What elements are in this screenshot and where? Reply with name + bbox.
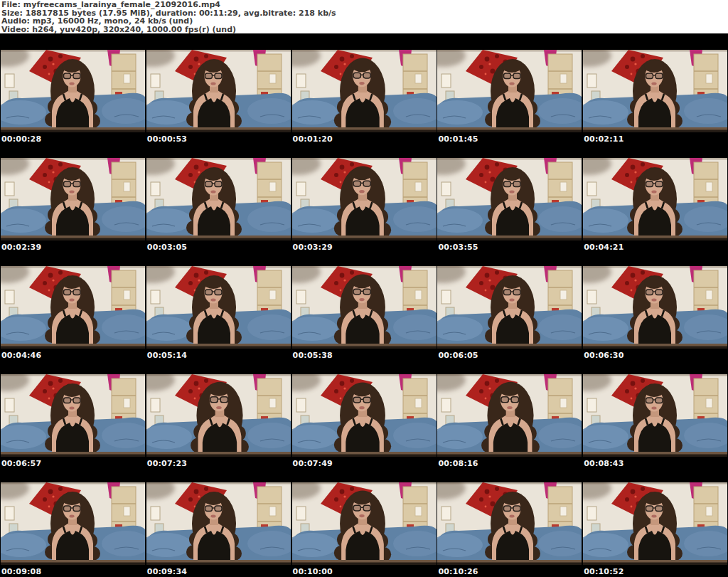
bottom-shadow (292, 346, 437, 349)
thumbnail-cell: 00:03:55 (437, 158, 582, 266)
table-edge (146, 452, 291, 455)
bottom-shadow (437, 455, 582, 457)
thumbnail-cell: 00:00:28 (0, 50, 146, 158)
thumbnail-cell: 00:04:21 (582, 158, 728, 266)
bottom-shadow (146, 563, 291, 566)
thumbnail-cell: 00:02:39 (0, 158, 146, 266)
timestamp-label: 00:06:57 (1, 459, 41, 468)
timestamp-label: 00:06:30 (584, 351, 623, 360)
thumbnail-image (437, 374, 582, 457)
webcam-scene-placeholder (146, 482, 291, 565)
table-edge (437, 344, 582, 346)
webcam-scene-placeholder (583, 374, 727, 457)
table-edge (437, 560, 582, 563)
thumbnail-cell: 00:07:49 (291, 374, 437, 482)
timestamp-label: 00:03:55 (438, 243, 478, 252)
thumbnail-image (437, 266, 582, 349)
thumbnail-cell: 00:10:00 (291, 482, 437, 577)
thumbnail-image (583, 266, 727, 349)
file-name-line: File: myfreecams_larainya_female_2109201… (1, 1, 728, 9)
thumbnail-image (583, 50, 727, 132)
bottom-shadow (437, 346, 582, 349)
thumbnail-cell: 00:01:45 (437, 50, 582, 158)
timestamp-label: 00:10:26 (438, 567, 478, 576)
table-edge (1, 560, 145, 563)
thumbnail-image (1, 374, 145, 457)
timestamp-label: 00:04:21 (584, 243, 623, 252)
webcam-scene-placeholder (146, 50, 291, 132)
webcam-scene-placeholder (1, 158, 145, 240)
webcam-scene-placeholder (146, 374, 291, 457)
thumbnail-cell: 00:05:38 (291, 266, 437, 374)
timestamp-label: 00:10:00 (293, 567, 333, 576)
bottom-shadow (146, 130, 291, 133)
bottom-shadow (437, 130, 582, 133)
table-edge (583, 127, 727, 130)
bottom-shadow (292, 238, 437, 241)
timestamp-label: 00:03:29 (293, 243, 333, 252)
thumbnail-image (437, 158, 582, 240)
table-edge (146, 344, 291, 346)
table-edge (437, 127, 582, 130)
bottom-shadow (146, 238, 291, 241)
thumbnail-image (437, 50, 582, 132)
timestamp-label: 00:09:08 (1, 567, 41, 576)
bottom-shadow (437, 238, 582, 241)
timestamp-label: 00:09:34 (147, 567, 187, 576)
thumbnail-image (292, 266, 437, 349)
table-edge (146, 235, 291, 238)
webcam-scene-placeholder (437, 158, 582, 240)
table-edge (1, 235, 145, 238)
thumbnail-image (146, 374, 291, 457)
table-edge (292, 452, 437, 455)
table-edge (292, 344, 437, 346)
thumbnail-image (1, 158, 145, 240)
table-edge (292, 235, 437, 238)
table-edge (146, 127, 291, 130)
webcam-scene-placeholder (437, 266, 582, 349)
thumbnail-cell: 00:09:34 (146, 482, 291, 577)
webcam-scene-placeholder (1, 374, 145, 457)
bottom-shadow (583, 130, 727, 133)
timestamp-label: 00:01:20 (293, 134, 333, 144)
bottom-shadow (1, 346, 145, 349)
bottom-shadow (583, 455, 727, 457)
bottom-shadow (583, 563, 727, 566)
thumbnail-cell: 00:04:46 (0, 266, 146, 374)
bottom-shadow (146, 346, 291, 349)
timestamp-label: 00:08:43 (584, 459, 623, 468)
webcam-scene-placeholder (1, 50, 145, 132)
thumbnail-image (292, 482, 437, 565)
bottom-shadow (437, 563, 582, 566)
thumbnail-cell: 00:07:23 (146, 374, 291, 482)
thumbnail-image (583, 482, 727, 565)
bottom-shadow (583, 238, 727, 241)
timestamp-label: 00:07:49 (293, 459, 333, 468)
webcam-scene-placeholder (1, 266, 145, 349)
thumbnail-grid: 00:00:28 (0, 50, 728, 577)
timestamp-label: 00:03:05 (147, 243, 187, 252)
thumbnail-cell: 00:00:53 (146, 50, 291, 158)
bottom-shadow (1, 238, 145, 241)
thumbnail-cell: 00:02:11 (582, 50, 728, 158)
timestamp-label: 00:08:16 (438, 459, 478, 468)
thumbnail-image (583, 374, 727, 457)
table-edge (583, 235, 727, 238)
table-edge (583, 560, 727, 563)
timestamp-label: 00:06:05 (438, 351, 478, 360)
table-edge (437, 235, 582, 238)
bottom-shadow (292, 130, 437, 133)
webcam-scene-placeholder (292, 374, 437, 457)
thumbnail-cell: 00:03:29 (291, 158, 437, 266)
bottom-shadow (1, 130, 145, 133)
timestamp-label: 00:05:38 (293, 351, 333, 360)
thumbnail-cell: 00:03:05 (146, 158, 291, 266)
timestamp-label: 00:05:14 (147, 351, 187, 360)
webcam-scene-placeholder (292, 158, 437, 240)
webcam-scene-placeholder (437, 50, 582, 132)
thumbnail-cell: 00:05:14 (146, 266, 291, 374)
thumbnail-image (583, 158, 727, 240)
timestamp-label: 00:01:45 (438, 134, 478, 144)
webcam-scene-placeholder (437, 482, 582, 565)
webcam-scene-placeholder (292, 482, 437, 565)
